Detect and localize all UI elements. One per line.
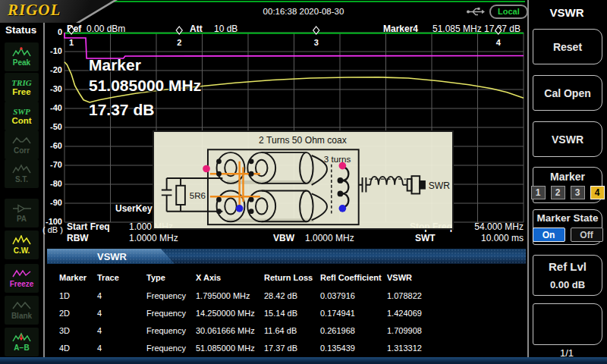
marker-state-button[interactable]: Marker State On Off [533, 209, 602, 245]
marker-select-button[interactable]: Marker 1 2 3 4 [533, 167, 602, 203]
analyzer-screen: RIGOL 00:16:38 2020-08-30 Local Status P… [0, 0, 607, 364]
start-freq-label: Start Freq [67, 221, 110, 232]
table-cell: 28.42 dB [264, 291, 320, 300]
table-cell: 4 [97, 344, 146, 353]
table-cell: 4 [97, 309, 146, 318]
marker-key-1[interactable]: 1 [531, 186, 546, 199]
y-tick-label: -90 [36, 198, 62, 207]
marker-table-body: 1D4Frequency1.795000 MHz28.42 dB0.037916… [47, 287, 526, 356]
table-cell: 11.64 dB [264, 326, 320, 335]
status-preamp: PA [5, 199, 39, 228]
vbw-value: 1.0000 MHz [305, 233, 354, 243]
table-row: 4D4Frequency51.085000 MHz17.37 dB0.13543… [47, 339, 526, 356]
terminal-dots [216, 158, 343, 214]
marker-state-on[interactable]: On [533, 228, 565, 242]
table-cell: 17.37 dB [264, 344, 320, 353]
y-tick-label: -70 [36, 160, 62, 169]
y-tick-label: -60 [36, 141, 62, 150]
table-cell: 1.795000 MHz [196, 291, 264, 300]
y-tick-label: -30 [36, 84, 62, 93]
marker-info-freq: 51.085000 MHz [89, 75, 201, 96]
table-cell: 51.085000 MHz [196, 344, 264, 353]
status-trigger: TRIG Free [5, 73, 39, 102]
bottom-strip [0, 357, 607, 364]
swt-value: 10.000 ms [455, 233, 524, 243]
rbw-label: RBW [67, 233, 89, 243]
inset-title: 2 Turns 50 Ohm coax [259, 135, 347, 146]
table-header-cell: Return Loss [264, 273, 320, 282]
marker-number-keys: 1 2 3 4 [531, 186, 605, 199]
table-cell: Frequency [146, 344, 196, 353]
table-cell: Frequency [146, 309, 196, 318]
table-header-cell: X Axis [196, 273, 264, 282]
status-sweep-time: S.T. [5, 159, 39, 188]
circuit-inset-image: 2 Turns 50 Ohm coax 5R6 3 turns SWR [153, 130, 454, 230]
status-blank: Blank [5, 296, 39, 325]
circuit-diagram: 2 Turns 50 Ohm coax 5R6 3 turns SWR [154, 132, 452, 228]
y-tick-label: -50 [36, 122, 62, 131]
swt-label: SWT [415, 233, 436, 243]
status-freeze: Freeze [5, 264, 39, 293]
table-header-cell: Marker [59, 273, 97, 282]
table-row: 1D4Frequency1.795000 MHz28.42 dB0.037916… [47, 287, 526, 304]
marker-number-label: 1 [69, 38, 74, 47]
datetime-display: 00:16:38 2020-08-30 [212, 7, 395, 16]
marker-state-toggle: On Off [533, 228, 603, 242]
status-sweep: SWP Cont [5, 102, 39, 130]
y-tick-label: -10 [36, 46, 62, 55]
marker-number-label: 2 [177, 38, 181, 47]
y-tick-label: -20 [36, 65, 62, 74]
turns-label: 3 turns [324, 154, 351, 164]
reset-button[interactable]: Reset [533, 29, 602, 64]
table-header-cell: Type [146, 273, 196, 282]
status-cw: C.W. [5, 231, 39, 259]
table-cell: 2D [59, 309, 97, 318]
status-panel-title: Status [5, 24, 36, 36]
table-cell: 0.037916 [320, 291, 387, 300]
status-a-minus-b: A−B [5, 328, 39, 356]
table-cell: 1.313312 [387, 344, 526, 353]
table-header-cell: Refl Coefficient [320, 273, 387, 282]
blue-terminal-dot [236, 205, 244, 212]
swr-port-label: SWR [429, 180, 451, 191]
table-header-row: MarkerTraceTypeX AxisReturn LossRefl Coe… [47, 268, 526, 286]
marker-state-off[interactable]: Off [571, 228, 603, 242]
table-cell: Frequency [146, 326, 196, 335]
marker-key-2[interactable]: 2 [551, 186, 565, 199]
menu-title: VSWR [530, 6, 604, 19]
ref-lvl-button[interactable]: Ref Lvl 0.00 dB [533, 255, 602, 296]
y-axis-unit: ( dB ) [42, 225, 63, 234]
marker-info-amp: 17.37 dB [89, 99, 201, 120]
y-tick-label: -40 [36, 103, 62, 112]
circuit-lines [162, 149, 425, 224]
marker-key-4-active[interactable]: 4 [590, 186, 605, 199]
table-cell: Frequency [146, 291, 196, 300]
vbw-label: VBW [273, 233, 294, 243]
pink-terminal-dot [203, 165, 210, 173]
table-cell: 15.14 dB [264, 309, 320, 318]
y-tick-label: -80 [36, 179, 62, 188]
table-header-cell: Trace [97, 273, 146, 282]
cal-open-button[interactable]: Cal Open [533, 75, 602, 111]
table-row: 3D4Frequency30.061666 MHz11.64 dB0.26196… [47, 322, 526, 339]
marker-key-3[interactable]: 3 [571, 186, 585, 199]
empty-softkey[interactable] [533, 303, 602, 345]
marker-number-label: 4 [496, 38, 502, 47]
vswr-button[interactable]: VSWR [533, 121, 602, 157]
ref-lvl-value: 0.00 dB [550, 279, 585, 290]
right-rail-divider [527, 0, 529, 364]
table-cell: 1.078822 [387, 291, 526, 300]
table-header-cell: VSWR [387, 273, 526, 282]
table-cell: 0.135439 [320, 344, 387, 353]
table-row: 2D4Frequency14.250000 MHz15.14 dB0.17494… [47, 304, 526, 322]
marker-info-title: Marker [89, 55, 201, 75]
marker-table: MarkerTraceTypeX AxisReturn LossRefl Coe… [47, 249, 526, 356]
table-cell: 14.250000 MHz [196, 309, 264, 318]
local-badge: Local [489, 5, 528, 19]
table-cell: 1.709908 [387, 326, 526, 335]
marker-number-label: 3 [314, 38, 319, 47]
status-corr: Corr [5, 130, 39, 159]
rbw-value: 1.0000 MHz [129, 233, 178, 243]
status-peak: Peak [5, 42, 39, 71]
table-cell: 30.061666 MHz [196, 326, 264, 335]
